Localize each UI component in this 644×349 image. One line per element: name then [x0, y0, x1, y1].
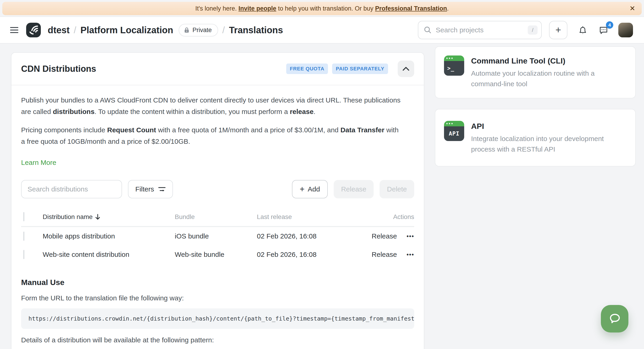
add-distribution-button[interactable]: + Add [292, 180, 328, 198]
invite-people-link[interactable]: Invite people [238, 5, 276, 12]
p1-bold-distributions: distributions [53, 108, 94, 115]
last-release-date: 02 Feb 2026, 16:08 [257, 232, 372, 240]
panel-badges: FREE QUOTA PAID SEPARATELY [286, 60, 414, 77]
distributions-table: Distribution name Bundle Last release Ac… [21, 210, 414, 264]
bundle-name: iOS bundle [175, 232, 257, 240]
messages-count-badge: 4 [606, 21, 613, 29]
row-menu-button[interactable]: ••• [407, 251, 414, 258]
distributions-toolbar: Filters + Add Release Delete [21, 180, 414, 198]
filters-button-label: Filters [135, 185, 154, 193]
collapse-panel-button[interactable] [398, 60, 414, 77]
api-card-title: API [471, 122, 626, 131]
banner-close-icon[interactable]: ✕ [630, 5, 635, 12]
column-distribution-name[interactable]: Distribution name [43, 213, 175, 220]
description-paragraph-2: Pricing components include Request Count… [21, 124, 404, 147]
free-quota-badge: FREE QUOTA [286, 64, 328, 74]
distributions-search-input[interactable] [21, 180, 122, 198]
add-button-label: Add [308, 185, 320, 193]
integrations-sidebar: >_ Command Line Tool (CLI) Automate your… [435, 46, 636, 166]
chevron-up-icon [402, 67, 410, 71]
manual-use-intro: Form the URL to the translation file the… [21, 294, 414, 302]
panel-body: Publish your bundles to a AWS CloudFront… [12, 85, 424, 349]
main-content: CDN Distributions FREE QUOTA PAID SEPARA… [0, 44, 644, 349]
row-checkbox[interactable] [24, 250, 24, 259]
distribution-name[interactable]: Mobile apps distribution [43, 232, 175, 240]
notifications-button[interactable] [578, 25, 588, 35]
p2-text: Pricing components include [21, 126, 107, 134]
breadcrumb-page[interactable]: Translations [229, 25, 283, 35]
plus-icon: + [300, 185, 304, 193]
invite-banner: It's lonely here. Invite people to help … [2, 2, 642, 15]
breadcrumb-project[interactable]: Platform Localization [80, 25, 174, 35]
breadcrumb: dtest / Platform Localization Private / … [48, 24, 283, 36]
top-header: dtest / Platform Localization Private / … [0, 16, 644, 44]
description-paragraph-1: Publish your bundles to a AWS CloudFront… [21, 94, 404, 118]
professional-translation-link[interactable]: Professional Translation [375, 5, 447, 12]
live-chat-launcher[interactable] [601, 305, 628, 332]
url-pattern-code: https://distributions.crowdin.net/{distr… [21, 308, 414, 329]
search-shortcut-hint: / [528, 26, 538, 34]
hamburger-menu-icon[interactable] [10, 26, 18, 34]
manual-use-title: Manual Use [21, 278, 414, 287]
crowdin-logo[interactable] [26, 23, 41, 38]
cli-card-title: Command Line Tool (CLI) [471, 56, 626, 65]
p2-bold-data-transfer: Data Transfer [340, 126, 384, 134]
toolbar-actions: + Add Release Delete [292, 180, 414, 198]
api-card[interactable]: API API Integrate localization into your… [435, 109, 636, 166]
api-icon: API [444, 121, 464, 141]
select-all-checkbox[interactable] [24, 212, 24, 221]
column-bundle[interactable]: Bundle [175, 213, 257, 220]
bell-icon [578, 25, 588, 35]
breadcrumb-org[interactable]: dtest [48, 25, 70, 35]
cli-card-description: Automate your localization routine with … [471, 68, 626, 89]
breadcrumb-separator: / [222, 25, 225, 35]
sort-descending-icon [95, 214, 100, 220]
search-icon [424, 26, 432, 34]
table-row: Web-site content distribution Web-site b… [21, 245, 414, 264]
terminal-icon-glyph: >_ [444, 61, 464, 76]
terminal-icon: >_ [444, 56, 464, 76]
row-release-button[interactable]: Release [372, 232, 397, 240]
column-last-release[interactable]: Last release [257, 213, 393, 220]
project-search-input[interactable] [436, 26, 528, 34]
p2-bold-request-count: Request Count [107, 126, 156, 134]
project-search[interactable]: / [418, 21, 542, 39]
chat-bubble-icon [608, 313, 621, 325]
row-release-button[interactable]: Release [372, 251, 397, 258]
row-menu-button[interactable]: ••• [407, 233, 414, 240]
p1-text: . To update the content within a distrib… [94, 108, 290, 115]
column-actions: Actions [393, 213, 414, 220]
cli-card[interactable]: >_ Command Line Tool (CLI) Automate your… [435, 46, 636, 98]
banner-text-end: . [447, 5, 449, 12]
panel-title: CDN Distributions [21, 64, 96, 74]
lock-icon [184, 27, 190, 33]
cdn-distributions-panel: CDN Distributions FREE QUOTA PAID SEPARA… [11, 52, 424, 349]
table-row: Mobile apps distribution iOS bundle 02 F… [21, 227, 414, 245]
learn-more-link[interactable]: Learn More [21, 159, 56, 166]
create-project-button[interactable]: + [549, 21, 568, 39]
row-checkbox[interactable] [24, 232, 24, 241]
bundle-name: Web-site bundle [175, 251, 257, 258]
release-button[interactable]: Release [334, 180, 374, 198]
paid-separately-badge: PAID SEPARATELY [332, 64, 388, 74]
last-release-date: 02 Feb 2026, 16:08 [257, 251, 372, 258]
privacy-badge-label: Private [192, 26, 212, 34]
distribution-name[interactable]: Web-site content distribution [43, 251, 175, 258]
filters-button[interactable]: Filters [128, 180, 173, 198]
p2-text: with a free quota of 1M/month and a pric… [156, 126, 340, 134]
user-avatar[interactable] [618, 23, 633, 38]
column-label: Distribution name [43, 213, 93, 220]
p1-text: . [314, 108, 315, 115]
delete-button[interactable]: Delete [380, 180, 414, 198]
panel-header: CDN Distributions FREE QUOTA PAID SEPARA… [12, 53, 424, 85]
breadcrumb-separator: / [74, 25, 76, 35]
messages-button[interactable]: 4 [598, 24, 609, 36]
privacy-badge: Private [179, 24, 218, 36]
crowdin-logo-icon [28, 24, 39, 36]
banner-text-intro: It's lonely here. [195, 5, 238, 12]
p1-bold-release: release [290, 108, 314, 115]
banner-text: It's lonely here. Invite people to help … [195, 5, 448, 12]
filter-sliders-icon [158, 186, 166, 192]
api-icon-glyph: API [444, 126, 464, 141]
table-header-row: Distribution name Bundle Last release Ac… [21, 210, 414, 227]
